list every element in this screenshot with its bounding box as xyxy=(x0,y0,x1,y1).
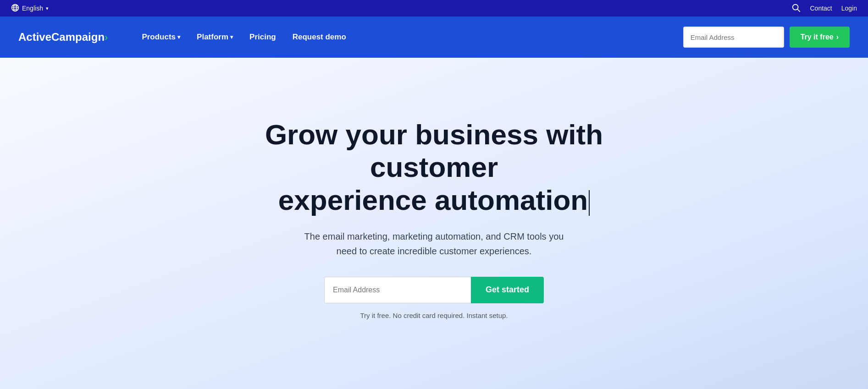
get-started-label: Get started xyxy=(486,285,529,294)
language-label: English xyxy=(22,5,43,12)
top-bar-right: Contact Login xyxy=(791,3,857,14)
hero-title: Grow your business with customer experie… xyxy=(228,118,641,216)
platform-label: Platform xyxy=(197,33,228,42)
platform-chevron: ▾ xyxy=(230,34,233,40)
hero-email-input[interactable] xyxy=(324,277,471,303)
products-label: Products xyxy=(142,33,176,42)
nav-email-input[interactable] xyxy=(683,27,784,48)
platform-nav-item[interactable]: Platform ▾ xyxy=(190,29,239,45)
logo[interactable]: ActiveCampaign› xyxy=(18,31,108,44)
request-demo-nav-item[interactable]: Request demo xyxy=(286,29,353,45)
nav-links: Products ▾ Platform ▾ Pricing Request de… xyxy=(135,29,683,45)
search-icon[interactable] xyxy=(791,3,801,14)
pricing-label: Pricing xyxy=(249,33,276,42)
globe-icon xyxy=(11,4,19,13)
hero-form: Get started xyxy=(324,277,544,303)
get-started-button[interactable]: Get started xyxy=(471,277,544,303)
svg-line-6 xyxy=(798,9,800,11)
hero-title-line1: Grow your business with customer xyxy=(265,119,603,183)
nav-right: Try it free › xyxy=(683,27,850,48)
products-chevron: ▾ xyxy=(177,34,180,40)
try-free-label: Try it free xyxy=(801,33,834,41)
cursor xyxy=(589,190,590,216)
login-link[interactable]: Login xyxy=(841,5,857,12)
products-nav-item[interactable]: Products ▾ xyxy=(135,29,187,45)
hero-subtitle: The email marketing, marketing automatio… xyxy=(301,229,567,258)
logo-text: ActiveCampaign xyxy=(18,31,105,43)
language-chevron: ▾ xyxy=(46,5,49,11)
top-bar: English ▾ Contact Login xyxy=(0,0,868,16)
pricing-nav-item[interactable]: Pricing xyxy=(243,29,282,45)
hero-note: Try it free. No credit card required. In… xyxy=(360,312,508,319)
logo-arrow: › xyxy=(105,32,108,43)
try-free-button[interactable]: Try it free › xyxy=(790,27,850,48)
try-free-arrow: › xyxy=(836,33,839,41)
hero-section: Grow your business with customer experie… xyxy=(0,58,868,389)
contact-link[interactable]: Contact xyxy=(810,5,832,12)
request-demo-label: Request demo xyxy=(293,33,346,42)
main-navbar: ActiveCampaign› Products ▾ Platform ▾ Pr… xyxy=(0,16,868,58)
hero-title-line2: experience automation xyxy=(278,184,588,216)
language-selector[interactable]: English ▾ xyxy=(11,4,49,13)
